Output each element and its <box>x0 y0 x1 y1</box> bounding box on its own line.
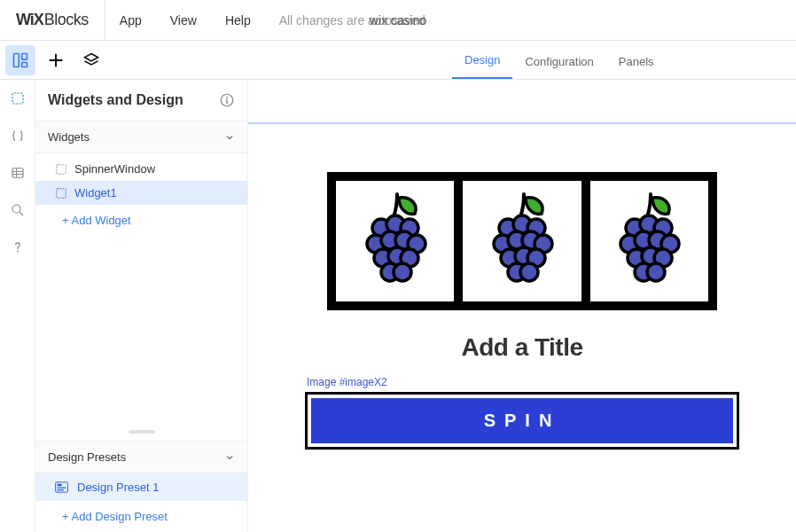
database-icon <box>10 165 26 181</box>
chevron-down-icon <box>224 132 235 143</box>
rail-widgets[interactable] <box>8 89 27 108</box>
info-icon[interactable] <box>219 92 235 108</box>
svg-rect-0 <box>14 53 20 66</box>
presets-section-label: Design Presets <box>48 450 126 464</box>
chevron-down-icon <box>224 452 235 463</box>
widgets-icon <box>10 90 26 106</box>
spin-button[interactable]: SPIN <box>311 398 733 443</box>
left-rail <box>0 80 35 532</box>
svg-rect-3 <box>12 93 23 104</box>
svg-point-38 <box>520 263 538 281</box>
rail-search[interactable] <box>8 200 27 220</box>
app-name[interactable]: wix casino <box>370 13 427 27</box>
canvas[interactable]: Add a Title Image #imageX2 SPIN <box>248 80 796 532</box>
layout-icon <box>12 51 29 69</box>
tab-configuration[interactable]: Configuration <box>512 44 605 79</box>
widget-icon <box>55 163 67 176</box>
canvas-guide-line <box>248 119 796 124</box>
svg-point-6 <box>17 251 19 253</box>
question-icon <box>10 239 26 255</box>
svg-point-5 <box>12 205 20 213</box>
layers-icon <box>82 51 100 69</box>
search-icon <box>10 202 26 218</box>
svg-rect-4 <box>12 168 23 178</box>
secondary-bar: Design Configuration Panels <box>0 41 796 80</box>
svg-rect-9 <box>57 164 66 174</box>
rail-help[interactable] <box>8 238 27 257</box>
add-tool-button[interactable] <box>41 45 71 75</box>
add-preset-link[interactable]: + Add Design Preset <box>35 501 247 532</box>
add-widget-link[interactable]: + Add Widget <box>35 205 247 236</box>
svg-point-8 <box>226 97 228 98</box>
grapes-icon <box>613 192 684 290</box>
layers-tool-button[interactable] <box>76 45 106 75</box>
grapes-icon <box>360 192 431 290</box>
presets-section-header[interactable]: Design Presets <box>35 441 247 473</box>
svg-point-26 <box>394 263 411 281</box>
slot-reel-2 <box>463 181 581 301</box>
panel-title: Widgets and Design <box>48 92 183 108</box>
app-logo: WiXBlocks <box>0 0 105 40</box>
top-bar: WiXBlocks App View Help All changes are … <box>0 0 796 41</box>
panel-spacer <box>35 239 247 423</box>
tools-left <box>0 41 248 79</box>
svg-rect-1 <box>22 53 27 59</box>
rail-database[interactable] <box>8 163 27 183</box>
tab-panels[interactable]: Panels <box>606 44 667 79</box>
svg-rect-14 <box>58 489 65 490</box>
grapes-icon <box>487 192 558 290</box>
main-area: Widgets and Design Widgets SpinnerWindow… <box>0 80 796 532</box>
slot-reel-3 <box>590 181 708 301</box>
selection-label[interactable]: Image #imageX2 <box>305 376 739 388</box>
slot-machine-widget[interactable]: Add a Title <box>327 172 717 362</box>
rail-code[interactable] <box>8 126 27 145</box>
widget-item-spinnerwindow[interactable]: SpinnerWindow <box>35 157 247 181</box>
widget-icon <box>55 187 67 200</box>
menu-help[interactable]: Help <box>211 13 265 27</box>
svg-rect-2 <box>22 62 27 66</box>
side-panel: Widgets and Design Widgets SpinnerWindow… <box>35 80 248 532</box>
widget-item-label: Widget1 <box>74 186 117 200</box>
menu-app[interactable]: App <box>105 13 156 27</box>
svg-point-50 <box>647 263 665 281</box>
widget-item-widget1[interactable]: Widget1 <box>35 181 247 205</box>
slot-frame <box>327 172 717 310</box>
logo-blocks: Blocks <box>44 11 89 29</box>
widget-title-placeholder[interactable]: Add a Title <box>461 333 582 362</box>
svg-rect-12 <box>58 484 62 487</box>
svg-rect-10 <box>57 188 66 198</box>
editor-tabs: Design Configuration Panels <box>248 41 796 79</box>
preset-item-1[interactable]: Design Preset 1 <box>35 473 247 501</box>
svg-rect-13 <box>58 488 66 489</box>
preset-icon <box>55 481 68 493</box>
logo-wix: WiX <box>16 11 43 29</box>
widgets-section-header[interactable]: Widgets <box>35 121 247 153</box>
slot-reel-1 <box>336 181 454 301</box>
widgets-section-label: Widgets <box>48 130 90 144</box>
selected-element-wrap: Image #imageX2 SPIN <box>305 376 739 450</box>
spin-button-container[interactable]: SPIN <box>305 392 739 450</box>
panel-resize-handle[interactable] <box>129 430 155 434</box>
plus-icon <box>47 51 65 69</box>
preset-item-label: Design Preset 1 <box>77 481 160 494</box>
panel-header: Widgets and Design <box>35 80 247 121</box>
layout-tool-button[interactable] <box>5 45 35 75</box>
widget-item-label: SpinnerWindow <box>74 162 155 176</box>
tab-design[interactable]: Design <box>452 43 512 79</box>
braces-icon <box>10 128 26 144</box>
widgets-tree: SpinnerWindow Widget1 + Add Widget <box>35 153 247 239</box>
menu-view[interactable]: View <box>156 13 211 27</box>
